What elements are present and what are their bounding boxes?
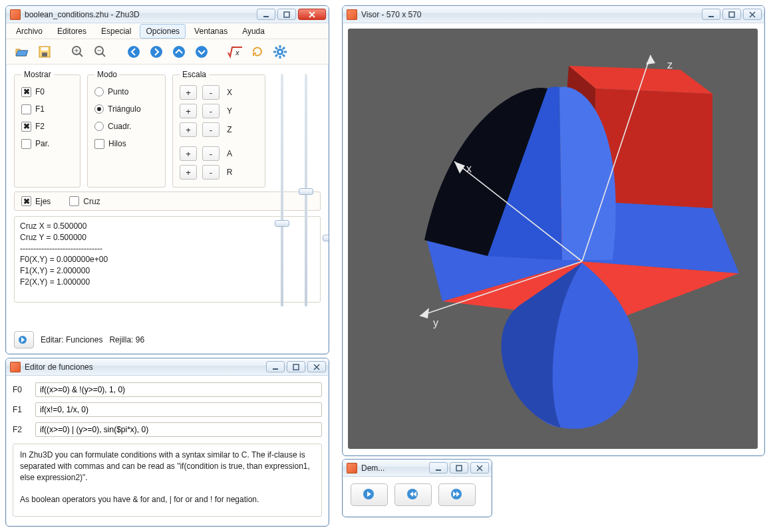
check-f2-label: F2 (35, 122, 45, 131)
demo-play-button[interactable] (351, 483, 388, 506)
svg-point-13 (279, 51, 281, 53)
svg-marker-30 (420, 308, 429, 319)
scale-label-a: A (225, 149, 234, 158)
demo-titlebar[interactable]: Dem... (343, 460, 492, 477)
scale-plus-z[interactable]: + (180, 122, 197, 137)
close-button[interactable] (307, 361, 326, 372)
check-ejes-label: Ejes (35, 197, 51, 206)
minimize-button[interactable] (702, 9, 720, 20)
scale-plus-y[interactable]: + (180, 104, 197, 118)
group-escala-legend: Escala (180, 70, 209, 79)
group-escala: Escala +-X+-Y+-Z+-A+-R (172, 70, 265, 188)
slider-2[interactable] (300, 74, 312, 307)
maximize-button[interactable] (722, 9, 741, 20)
main-titlebar[interactable]: boolean_conditions.zhu - Zhu3D (6, 6, 329, 23)
solve-button[interactable]: x (226, 43, 244, 61)
editor-titlebar[interactable]: Editor de funciones (6, 358, 329, 376)
statusbar: Editar: Funciones Rejilla: 96 (9, 329, 326, 351)
slider-1[interactable] (276, 74, 288, 307)
svg-rect-4 (42, 53, 47, 57)
svg-rect-17 (708, 16, 714, 17)
close-button[interactable] (298, 9, 326, 20)
editor-title: Editor de funciones (25, 362, 262, 372)
radio-punto[interactable] (94, 87, 104, 96)
svg-text:x: x (235, 49, 239, 57)
fn-input-f2[interactable] (35, 422, 322, 437)
fn-input-f1[interactable] (35, 402, 322, 417)
scale-label-r: R (225, 168, 234, 177)
check-f1-label: F1 (35, 104, 45, 114)
app-icon (10, 362, 21, 372)
maximize-button[interactable] (287, 361, 305, 372)
scale-plus-r[interactable]: + (180, 165, 197, 180)
maximize-button[interactable] (277, 9, 296, 20)
visor-titlebar[interactable]: Visor - 570 x 570 (343, 6, 764, 23)
open-button[interactable] (13, 43, 31, 61)
axes-cross-row: ✖Ejes Cruz (14, 192, 321, 211)
scale-plus-x[interactable]: + (180, 85, 197, 100)
check-cruz[interactable] (69, 196, 79, 206)
check-par[interactable] (21, 139, 31, 149)
menu-editores[interactable]: Editores (51, 24, 92, 39)
play-button[interactable] (14, 331, 34, 348)
axis-y-label: y (433, 317, 438, 329)
close-button[interactable] (470, 462, 489, 473)
save-button[interactable] (35, 43, 54, 61)
menu-archivo[interactable]: Archivo (10, 24, 49, 39)
check-f2[interactable]: ✖ (21, 122, 31, 132)
close-button[interactable] (743, 9, 762, 20)
menu-especial[interactable]: Especial (95, 24, 137, 39)
scale-label-y: Y (225, 106, 234, 116)
radio-punto-label: Punto (108, 87, 128, 96)
editor-window: Editor de funciones F0 F1 F2 In Zhu3D yo… (5, 358, 329, 527)
viewport-3d[interactable]: z y x (348, 29, 758, 449)
arrow-left-icon (126, 45, 141, 59)
radio-triangulo[interactable] (94, 104, 104, 114)
nav-back-button[interactable] (124, 43, 143, 61)
check-ejes[interactable]: ✖ (21, 196, 31, 206)
check-f1[interactable] (21, 104, 31, 114)
settings-button[interactable] (271, 43, 289, 61)
radio-cuadr[interactable] (94, 122, 104, 131)
svg-rect-0 (263, 16, 269, 17)
zoom-out-button[interactable] (91, 43, 110, 61)
demo-forward-button[interactable] (438, 483, 476, 506)
scale-label-z: Z (225, 125, 234, 134)
toolbar: x (6, 39, 329, 65)
scale-minus-x[interactable]: - (202, 85, 220, 100)
editor-help: In Zhu3D you can formulate conditions wi… (13, 444, 322, 517)
gear-icon (273, 45, 287, 59)
maximize-button[interactable] (450, 462, 468, 473)
demo-rewind-button[interactable] (394, 483, 432, 506)
slider-3[interactable] (324, 74, 329, 307)
minimize-button[interactable] (429, 462, 448, 473)
fn-input-f0[interactable] (35, 382, 322, 397)
fn-label-f1: F1 (13, 405, 30, 414)
menubar: Archivo Editores Especial Opciones Venta… (6, 23, 329, 39)
minimize-button[interactable] (266, 361, 285, 372)
arrow-right-icon (149, 45, 164, 59)
scale-plus-a[interactable]: + (180, 146, 197, 161)
check-f0[interactable]: ✖ (21, 87, 31, 97)
check-hilos[interactable] (94, 139, 104, 149)
visor-window: Visor - 570 x 570 (342, 5, 765, 456)
minimize-button[interactable] (257, 9, 275, 20)
scale-minus-a[interactable]: - (202, 146, 220, 161)
scale-minus-z[interactable]: - (202, 122, 220, 137)
zoom-in-button[interactable] (69, 43, 87, 61)
play-icon (363, 488, 376, 502)
nav-forward-button[interactable] (147, 43, 166, 61)
svg-point-7 (128, 46, 140, 58)
reload-button[interactable] (248, 43, 267, 61)
menu-ayuda[interactable]: Ayuda (236, 24, 271, 39)
nav-down-button[interactable] (192, 43, 211, 61)
svg-rect-16 (293, 364, 299, 370)
scale-minus-y[interactable]: - (202, 104, 220, 118)
menu-ventanas[interactable]: Ventanas (188, 24, 233, 39)
nav-up-button[interactable] (170, 43, 188, 61)
scale-minus-r[interactable]: - (202, 165, 220, 180)
svg-marker-29 (646, 55, 655, 65)
check-cruz-label: Cruz (83, 197, 100, 206)
sqrt-x-icon: x (228, 45, 242, 59)
menu-opciones[interactable]: Opciones (140, 24, 186, 39)
